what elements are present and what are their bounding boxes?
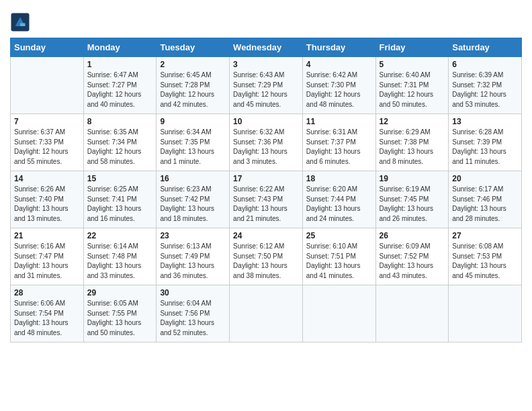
day-info: Sunrise: 6:19 AM Sunset: 7:45 PM Dayligh…	[380, 185, 445, 224]
day-info: Sunrise: 6:22 AM Sunset: 7:43 PM Dayligh…	[233, 185, 299, 224]
calendar-table: SundayMondayTuesdayWednesdayThursdayFrid…	[10, 38, 522, 342]
calendar-cell	[11, 57, 84, 114]
calendar-cell: 6Sunrise: 6:39 AM Sunset: 7:32 PM Daylig…	[449, 57, 522, 114]
day-info: Sunrise: 6:34 AM Sunset: 7:35 PM Dayligh…	[160, 128, 226, 167]
day-number: 12	[380, 117, 445, 126]
day-number: 26	[380, 231, 445, 240]
day-number: 15	[87, 174, 153, 183]
calendar-cell: 10Sunrise: 6:32 AM Sunset: 7:36 PM Dayli…	[230, 114, 303, 171]
day-number: 23	[160, 231, 226, 240]
day-number: 11	[306, 117, 372, 126]
week-row-4: 21Sunrise: 6:16 AM Sunset: 7:47 PM Dayli…	[11, 228, 522, 285]
day-info: Sunrise: 6:39 AM Sunset: 7:32 PM Dayligh…	[452, 71, 518, 109]
calendar-cell: 8Sunrise: 6:35 AM Sunset: 7:34 PM Daylig…	[83, 114, 157, 171]
day-info: Sunrise: 6:13 AM Sunset: 7:49 PM Dayligh…	[160, 242, 226, 281]
day-info: Sunrise: 6:25 AM Sunset: 7:41 PM Dayligh…	[87, 185, 153, 224]
calendar-cell: 4Sunrise: 6:42 AM Sunset: 7:30 PM Daylig…	[302, 57, 375, 114]
calendar-cell	[375, 285, 449, 342]
calendar-cell: 26Sunrise: 6:09 AM Sunset: 7:52 PM Dayli…	[375, 228, 449, 285]
day-info: Sunrise: 6:40 AM Sunset: 7:31 PM Dayligh…	[380, 71, 445, 109]
calendar-cell: 21Sunrise: 6:16 AM Sunset: 7:47 PM Dayli…	[11, 228, 84, 285]
day-number: 20	[452, 174, 518, 183]
day-number: 28	[14, 288, 80, 298]
logo-icon	[10, 12, 30, 32]
logo	[10, 12, 33, 32]
day-number: 19	[380, 174, 445, 183]
calendar-cell	[302, 285, 375, 342]
col-header-tuesday: Tuesday	[157, 38, 230, 57]
calendar-cell: 17Sunrise: 6:22 AM Sunset: 7:43 PM Dayli…	[230, 171, 303, 228]
calendar-cell: 29Sunrise: 6:05 AM Sunset: 7:55 PM Dayli…	[83, 285, 157, 342]
header	[10, 7, 522, 32]
day-number: 18	[306, 174, 372, 183]
calendar-cell: 19Sunrise: 6:19 AM Sunset: 7:45 PM Dayli…	[375, 171, 449, 228]
calendar-cell: 16Sunrise: 6:23 AM Sunset: 7:42 PM Dayli…	[157, 171, 230, 228]
day-info: Sunrise: 6:26 AM Sunset: 7:40 PM Dayligh…	[14, 185, 80, 224]
day-info: Sunrise: 6:20 AM Sunset: 7:44 PM Dayligh…	[306, 185, 372, 224]
day-info: Sunrise: 6:37 AM Sunset: 7:33 PM Dayligh…	[14, 128, 80, 167]
day-number: 22	[87, 231, 153, 240]
col-header-friday: Friday	[375, 38, 449, 57]
day-info: Sunrise: 6:05 AM Sunset: 7:55 PM Dayligh…	[87, 299, 153, 338]
calendar-cell: 14Sunrise: 6:26 AM Sunset: 7:40 PM Dayli…	[11, 171, 84, 228]
day-number: 5	[380, 60, 445, 69]
calendar-cell: 23Sunrise: 6:13 AM Sunset: 7:49 PM Dayli…	[157, 228, 230, 285]
day-number: 10	[233, 117, 299, 126]
calendar-cell: 15Sunrise: 6:25 AM Sunset: 7:41 PM Dayli…	[83, 171, 157, 228]
col-header-sunday: Sunday	[11, 38, 84, 57]
day-info: Sunrise: 6:08 AM Sunset: 7:53 PM Dayligh…	[452, 242, 518, 281]
calendar-cell: 7Sunrise: 6:37 AM Sunset: 7:33 PM Daylig…	[11, 114, 84, 171]
day-number: 4	[306, 60, 372, 69]
day-info: Sunrise: 6:09 AM Sunset: 7:52 PM Dayligh…	[380, 242, 445, 281]
day-number: 16	[160, 174, 226, 183]
calendar-cell: 11Sunrise: 6:31 AM Sunset: 7:37 PM Dayli…	[302, 114, 375, 171]
calendar-cell: 24Sunrise: 6:12 AM Sunset: 7:50 PM Dayli…	[230, 228, 303, 285]
calendar-cell: 2Sunrise: 6:45 AM Sunset: 7:28 PM Daylig…	[157, 57, 230, 114]
day-info: Sunrise: 6:23 AM Sunset: 7:42 PM Dayligh…	[160, 185, 226, 224]
calendar-cell	[230, 285, 303, 342]
calendar-cell: 9Sunrise: 6:34 AM Sunset: 7:35 PM Daylig…	[157, 114, 230, 171]
day-info: Sunrise: 6:17 AM Sunset: 7:46 PM Dayligh…	[452, 185, 518, 224]
col-header-monday: Monday	[83, 38, 157, 57]
day-number: 25	[306, 231, 372, 240]
day-number: 21	[14, 231, 80, 240]
calendar-cell: 3Sunrise: 6:43 AM Sunset: 7:29 PM Daylig…	[230, 57, 303, 114]
week-row-5: 28Sunrise: 6:06 AM Sunset: 7:54 PM Dayli…	[11, 285, 522, 342]
day-number: 2	[160, 60, 226, 69]
day-info: Sunrise: 6:42 AM Sunset: 7:30 PM Dayligh…	[306, 71, 372, 109]
day-number: 7	[14, 117, 80, 126]
day-info: Sunrise: 6:43 AM Sunset: 7:29 PM Dayligh…	[233, 71, 299, 109]
day-info: Sunrise: 6:28 AM Sunset: 7:39 PM Dayligh…	[452, 128, 518, 167]
calendar-cell	[449, 285, 522, 342]
day-number: 17	[233, 174, 299, 183]
day-number: 8	[87, 117, 153, 126]
day-number: 30	[160, 288, 226, 298]
col-header-wednesday: Wednesday	[230, 38, 303, 57]
day-number: 9	[160, 117, 226, 126]
day-info: Sunrise: 6:45 AM Sunset: 7:28 PM Dayligh…	[160, 71, 226, 109]
day-number: 1	[87, 60, 153, 69]
day-info: Sunrise: 6:10 AM Sunset: 7:51 PM Dayligh…	[306, 242, 372, 281]
calendar-cell: 1Sunrise: 6:47 AM Sunset: 7:27 PM Daylig…	[83, 57, 157, 114]
day-info: Sunrise: 6:31 AM Sunset: 7:37 PM Dayligh…	[306, 128, 372, 167]
calendar-cell: 25Sunrise: 6:10 AM Sunset: 7:51 PM Dayli…	[302, 228, 375, 285]
day-number: 24	[233, 231, 299, 240]
day-info: Sunrise: 6:06 AM Sunset: 7:54 PM Dayligh…	[14, 299, 80, 338]
week-row-1: 1Sunrise: 6:47 AM Sunset: 7:27 PM Daylig…	[11, 57, 522, 114]
calendar-cell: 5Sunrise: 6:40 AM Sunset: 7:31 PM Daylig…	[375, 57, 449, 114]
col-header-saturday: Saturday	[449, 38, 522, 57]
calendar-cell: 18Sunrise: 6:20 AM Sunset: 7:44 PM Dayli…	[302, 171, 375, 228]
day-info: Sunrise: 6:29 AM Sunset: 7:38 PM Dayligh…	[380, 128, 445, 167]
day-number: 3	[233, 60, 299, 69]
calendar-cell: 30Sunrise: 6:04 AM Sunset: 7:56 PM Dayli…	[157, 285, 230, 342]
col-header-thursday: Thursday	[302, 38, 375, 57]
calendar-cell: 12Sunrise: 6:29 AM Sunset: 7:38 PM Dayli…	[375, 114, 449, 171]
day-info: Sunrise: 6:12 AM Sunset: 7:50 PM Dayligh…	[233, 242, 299, 281]
day-info: Sunrise: 6:14 AM Sunset: 7:48 PM Dayligh…	[87, 242, 153, 281]
header-row: SundayMondayTuesdayWednesdayThursdayFrid…	[11, 38, 522, 57]
day-number: 29	[87, 288, 153, 298]
calendar-cell: 13Sunrise: 6:28 AM Sunset: 7:39 PM Dayli…	[449, 114, 522, 171]
calendar-cell: 20Sunrise: 6:17 AM Sunset: 7:46 PM Dayli…	[449, 171, 522, 228]
day-info: Sunrise: 6:04 AM Sunset: 7:56 PM Dayligh…	[160, 299, 226, 338]
week-row-3: 14Sunrise: 6:26 AM Sunset: 7:40 PM Dayli…	[11, 171, 522, 228]
